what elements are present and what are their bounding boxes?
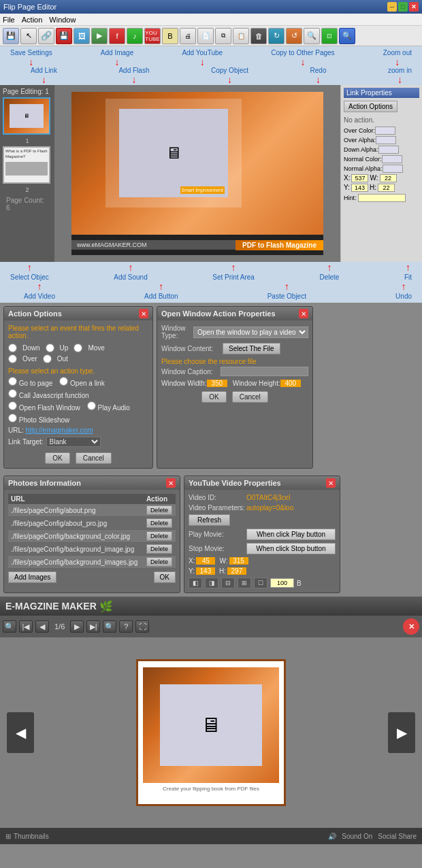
preview-right-nav[interactable]: ▶ [388,712,415,753]
radio-up[interactable] [46,344,54,352]
add-link-button[interactable]: 🔗 [38,28,54,44]
copy-object-button[interactable]: ⧉ [215,28,231,44]
radio-over[interactable] [8,354,17,363]
preview-left-nav[interactable]: ◀ [7,712,34,753]
fullscreen-button[interactable]: ⛶ [135,620,149,633]
yt-play-button[interactable]: When click Play button [246,529,336,540]
h-input[interactable] [378,184,395,192]
photos-close[interactable]: ✕ [166,478,176,488]
y-input[interactable] [351,184,368,192]
zoom-out-button[interactable]: 🔍 [304,28,320,44]
ow-cancel-button[interactable]: Cancel [232,391,268,403]
yt-align4-button[interactable]: ⊞ [238,578,251,588]
yt-align1-button[interactable]: ◧ [189,578,202,588]
yt-body: Video ID: O0TAItC4j3ceI Video Parameters… [184,490,340,592]
minimize-button[interactable]: ─ [387,2,397,12]
normal-alpha-swatch[interactable] [383,165,403,173]
radio-slideshow[interactable] [8,414,17,422]
ow-type-select[interactable]: Open the window to play a video [193,327,308,338]
radio-flash[interactable] [8,401,17,410]
action-options-close[interactable]: ✕ [139,309,148,318]
radio-openlink[interactable] [59,377,68,386]
yt-y-input[interactable] [196,567,215,575]
ao-url-value[interactable]: http://emagmaker.com [26,427,93,434]
radio-down[interactable] [8,344,17,352]
help-button[interactable]: ? [119,620,133,633]
over-alpha-swatch[interactable] [376,136,396,144]
yt-x-input[interactable] [196,557,215,565]
menu-file[interactable]: File [3,16,15,24]
zoom-out-preview-button[interactable]: 🔍 [103,620,116,633]
radio-move[interactable] [74,344,82,352]
first-page-button[interactable]: |◀ [19,620,33,633]
copy-to-pages-button[interactable]: 📄 [197,28,214,44]
page-thumb-1[interactable]: 🖥 [3,97,50,135]
maximize-button[interactable]: □ [398,2,408,12]
save-button2[interactable]: 💾 [56,28,72,44]
close-preview-button[interactable]: ✕ [403,618,419,635]
yt-align3-button[interactable]: ⊟ [221,578,235,588]
delete-button[interactable]: 🗑 [250,28,267,44]
ow-caption-input[interactable] [221,367,308,376]
add-youtube-button[interactable]: YOUTUBE [144,28,161,44]
ao-ok-button[interactable]: OK [45,452,69,464]
radio-audio[interactable] [87,401,96,410]
action-options-button[interactable]: Action Options [344,101,397,112]
radio-out[interactable] [43,354,52,363]
yt-stop-button[interactable]: When click Stop button [246,543,336,554]
add-image-button[interactable]: 🖼 [74,28,90,44]
ow-height-input[interactable] [280,380,301,387]
photos-ok-button[interactable]: OK [154,571,176,583]
close-button[interactable]: ✕ [409,2,419,12]
delete-file-4[interactable]: Delete [146,544,172,554]
ow-close[interactable]: ✕ [299,309,308,318]
save-settings-button[interactable]: 💾 [3,28,19,44]
preview-controls: 🔍 |◀ ◀ 1/6 ▶ ▶| 🔍 ? ⛶ ✕ [0,616,422,637]
ow-select-file-button[interactable]: Select The File [223,343,280,354]
book-footer: Create your flipping book from PDF files [163,786,259,792]
yt-opacity-toggle[interactable]: ☐ [254,578,267,588]
yt-opacity-input[interactable] [270,578,294,588]
zoom-in-button[interactable]: 🔍 [339,28,355,44]
over-color-swatch[interactable] [375,127,395,135]
ao-target-select[interactable]: Blank Self [46,437,101,447]
prev-page-button[interactable]: ◀ [35,620,49,633]
w-input[interactable] [380,174,397,182]
normal-color-swatch[interactable] [382,155,402,163]
next-page-button[interactable]: ▶ [70,620,84,633]
page-thumb-2[interactable]: What is a PDF to Flash Magazine? [3,146,50,184]
radio-goto[interactable] [8,377,17,386]
add-flash-button[interactable]: f [109,28,125,44]
yt-h-input[interactable] [227,567,246,575]
normal-color-label: Normal Color: [344,156,382,163]
down-color-swatch[interactable] [378,146,399,154]
delete-file-5[interactable]: Delete [146,557,172,567]
select-object-button[interactable]: ↖ [20,28,37,44]
yt-w-input[interactable] [229,557,248,565]
ow-ok-button[interactable]: OK [201,391,226,403]
add-video-button[interactable]: ▶ [91,28,108,44]
add-images-button[interactable]: Add Images [8,571,56,583]
add-button-button[interactable]: B [162,28,178,44]
yt-refresh-button[interactable]: Refresh [189,514,230,526]
redo-button[interactable]: ↻ [268,28,285,44]
ow-width-input[interactable] [207,380,227,387]
hint-input[interactable] [358,194,406,202]
set-print-area-button[interactable]: 🖨 [180,28,196,44]
menu-action[interactable]: Action [22,16,43,24]
radio-js[interactable] [8,389,17,398]
fit-button[interactable]: ⊡ [321,28,338,44]
ao-cancel-button[interactable]: Cancel [76,452,112,464]
delete-file-2[interactable]: Delete [146,518,172,528]
yt-align2-button[interactable]: ◨ [205,578,218,588]
undo-button[interactable]: ↺ [286,28,302,44]
paste-object-button[interactable]: 📋 [233,28,249,44]
yt-close[interactable]: ✕ [326,478,336,488]
delete-file-1[interactable]: Delete [146,505,172,515]
menu-window[interactable]: Window [49,16,76,24]
delete-file-3[interactable]: Delete [146,531,172,541]
add-sound-button[interactable]: ♪ [127,28,143,44]
x-input[interactable] [351,174,368,182]
zoom-in-preview-button[interactable]: 🔍 [3,620,16,633]
last-page-button[interactable]: ▶| [86,620,100,633]
